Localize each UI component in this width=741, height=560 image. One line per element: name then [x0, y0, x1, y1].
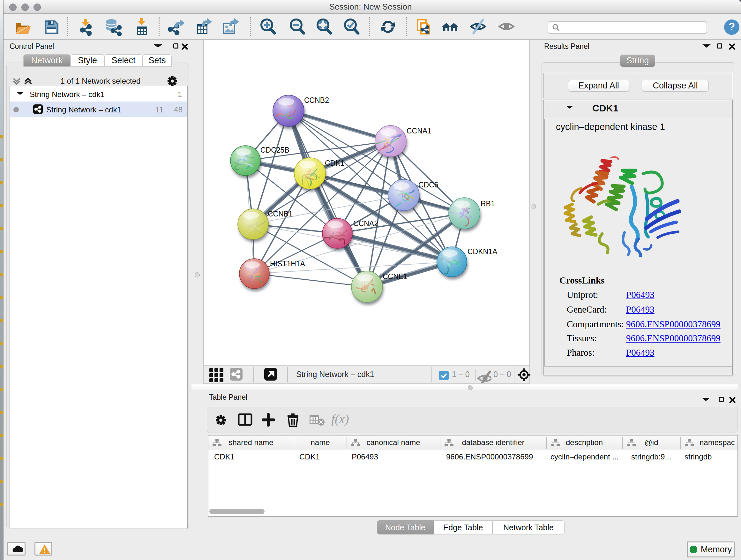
svg-text:CCNB2: CCNB2: [304, 96, 329, 105]
svg-text:CCNE1: CCNE1: [383, 272, 408, 281]
svg-text:CDK1: CDK1: [325, 159, 344, 167]
svg-text:HIST1H1A: HIST1H1A: [270, 260, 306, 268]
svg-text:RB1: RB1: [481, 199, 495, 208]
svg-text:CDC25B: CDC25B: [260, 146, 289, 154]
svg-text:CDKN1A: CDKN1A: [468, 247, 497, 256]
svg-text:CCNA2: CCNA2: [353, 219, 378, 228]
svg-text:?: ?: [729, 20, 735, 33]
svg-text:CCNB1: CCNB1: [268, 210, 293, 218]
svg-text:CCNA1: CCNA1: [407, 127, 431, 135]
svg-text:CDC6: CDC6: [418, 181, 439, 189]
